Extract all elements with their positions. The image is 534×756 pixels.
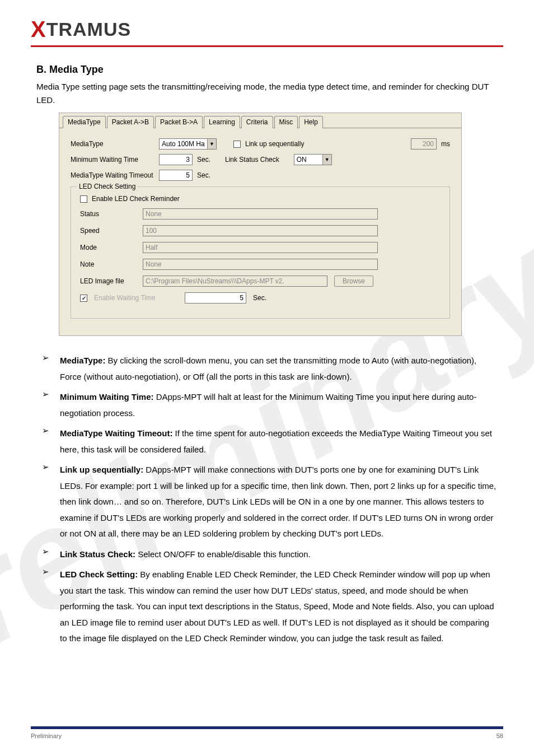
led-image-input[interactable] bbox=[143, 276, 327, 287]
link-status-label: Link Status Check bbox=[225, 156, 279, 164]
mediatype-select[interactable]: ▼ bbox=[159, 138, 217, 150]
header-divider bbox=[31, 45, 503, 47]
enable-led-label: Enable LED Check Reminder bbox=[92, 195, 180, 203]
note-input[interactable] bbox=[143, 259, 378, 270]
list-item: ➢ MediaType Waiting Timeout: If the time… bbox=[42, 426, 498, 458]
min-wait-label: Minimum Waiting Time bbox=[71, 156, 154, 164]
tab-packet-ba[interactable]: Packet B->A bbox=[155, 116, 203, 128]
logo-rest: TRAMUS bbox=[46, 18, 131, 40]
tab-packet-ab[interactable]: Packet A->B bbox=[107, 116, 154, 128]
min-wait-unit: Sec. bbox=[197, 156, 210, 164]
linkup-seq-value[interactable] bbox=[411, 138, 437, 150]
status-input[interactable] bbox=[143, 208, 378, 220]
chevron-down-icon[interactable]: ▼ bbox=[207, 139, 216, 149]
tab-learning[interactable]: Learning bbox=[204, 116, 240, 128]
linkup-seq-unit: ms bbox=[441, 140, 450, 148]
list-item: ➢ Minimum Waiting Time: DApps-MPT will h… bbox=[42, 389, 498, 421]
tab-misc[interactable]: Misc bbox=[274, 116, 298, 128]
speed-input[interactable] bbox=[143, 225, 378, 236]
enable-wait-unit: Sec. bbox=[253, 294, 266, 302]
tab-mediatype[interactable]: MediaType bbox=[63, 116, 106, 128]
page-footer: Preliminary 58 bbox=[31, 726, 503, 739]
bullet-icon: ➢ bbox=[42, 353, 52, 363]
enable-wait-checkbox[interactable]: ✔ bbox=[80, 295, 87, 302]
mt-timeout-unit: Sec. bbox=[197, 171, 210, 179]
note-label: Note bbox=[80, 260, 136, 268]
list-item-text: MediaType Waiting Timeout: If the time s… bbox=[60, 426, 498, 458]
list-item-text: MediaType: By clicking the scroll-down m… bbox=[60, 353, 498, 385]
logo-x: X bbox=[31, 17, 46, 41]
list-item-text: Minimum Waiting Time: DApps-MPT will hal… bbox=[60, 389, 498, 421]
enable-wait-label: Enable Waiting Time bbox=[94, 294, 178, 302]
logo: XTRAMUS bbox=[31, 17, 503, 42]
mode-input[interactable] bbox=[143, 242, 378, 253]
footer-divider bbox=[31, 726, 503, 729]
mediatype-label: MediaType bbox=[71, 140, 154, 148]
link-status-select[interactable]: ▼ bbox=[294, 154, 332, 165]
bullet-icon: ➢ bbox=[42, 547, 52, 557]
mode-label: Mode bbox=[80, 244, 136, 251]
led-image-label: LED Image file bbox=[80, 277, 136, 285]
section-description: Media Type setting page sets the transmi… bbox=[36, 80, 498, 107]
list-item: ➢ Link up sequentially: DApps-MPT will m… bbox=[42, 462, 498, 542]
bullet-icon: ➢ bbox=[42, 567, 52, 577]
list-item-text: Link Status Check: Select ON/OFF to enab… bbox=[60, 547, 311, 563]
list-item: ➢ Link Status Check: Select ON/OFF to en… bbox=[42, 547, 498, 563]
fieldset-legend: LED Check Setting bbox=[77, 183, 138, 190]
list-item-text: LED Check Setting: By enabling Enable LE… bbox=[60, 567, 498, 647]
tab-bar: MediaType Packet A->B Packet B->A Learni… bbox=[59, 113, 461, 128]
list-item: ➢ MediaType: By clicking the scroll-down… bbox=[42, 353, 498, 385]
list-item: ➢ LED Check Setting: By enabling Enable … bbox=[42, 567, 498, 647]
section-title: B. Media Type bbox=[36, 64, 498, 76]
bullet-icon: ➢ bbox=[42, 426, 52, 436]
speed-label: Speed bbox=[80, 227, 136, 235]
tab-help[interactable]: Help bbox=[299, 116, 323, 128]
min-wait-value[interactable] bbox=[159, 154, 193, 165]
status-label: Status bbox=[80, 210, 136, 218]
settings-dialog: MediaType Packet A->B Packet B->A Learni… bbox=[59, 113, 462, 336]
list-item-text: Link up sequentially: DApps-MPT will mak… bbox=[60, 462, 498, 542]
linkup-seq-label: Link up sequentially bbox=[245, 140, 304, 148]
bullet-list: ➢ MediaType: By clicking the scroll-down… bbox=[42, 353, 498, 647]
mt-timeout-value[interactable] bbox=[159, 170, 193, 181]
mt-timeout-label: MediaType Waiting Timeout bbox=[71, 171, 154, 179]
led-check-fieldset: LED Check Setting Enable LED Check Remin… bbox=[71, 186, 450, 319]
tab-criteria[interactable]: Criteria bbox=[241, 116, 273, 128]
linkup-seq-checkbox[interactable] bbox=[233, 141, 241, 148]
footer-left: Preliminary bbox=[31, 732, 62, 739]
bullet-icon: ➢ bbox=[42, 462, 52, 472]
enable-wait-value[interactable] bbox=[185, 292, 246, 304]
enable-led-checkbox[interactable] bbox=[80, 195, 87, 203]
link-status-value[interactable] bbox=[294, 155, 322, 165]
mediatype-value[interactable] bbox=[160, 139, 207, 149]
bullet-icon: ➢ bbox=[42, 389, 52, 399]
page-number: 58 bbox=[496, 732, 503, 739]
browse-button[interactable]: Browse bbox=[334, 276, 373, 287]
chevron-down-icon[interactable]: ▼ bbox=[322, 155, 331, 165]
